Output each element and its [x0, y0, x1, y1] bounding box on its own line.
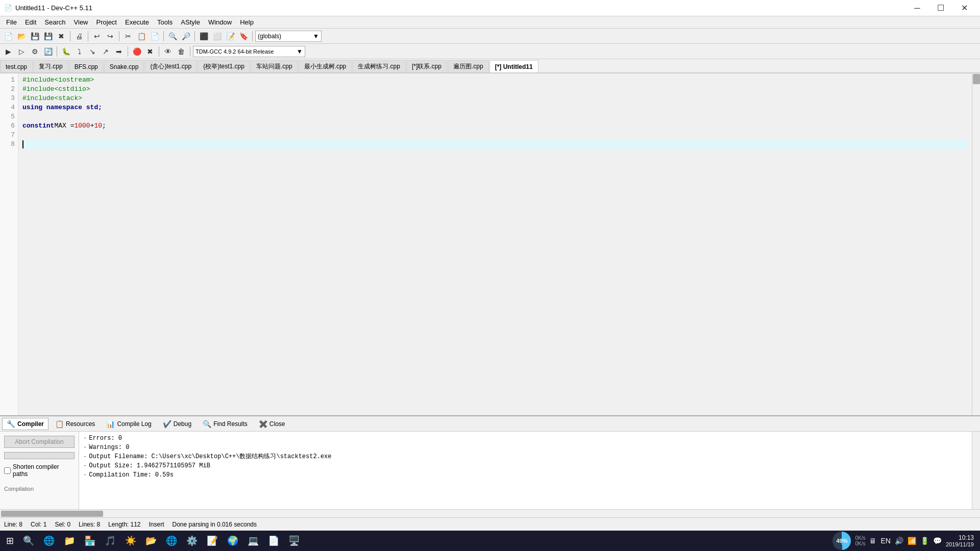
taskbar-battery[interactable]: 🔋 [920, 537, 929, 545]
taskbar-store[interactable]: 🏪 [80, 532, 100, 550]
system-clock[interactable]: 10:13 2019/11/19 [946, 534, 974, 547]
menu-item-edit[interactable]: Edit [21, 17, 40, 27]
sep3 [119, 31, 119, 41]
run-button[interactable]: ▷ [15, 45, 28, 58]
tab-review-cpp[interactable]: 复习.cpp [33, 60, 68, 72]
minimize-button[interactable]: ─ [905, 0, 929, 16]
compiler-dropdown[interactable]: TDM-GCC 4.9.2 64-bit Release ▼ [193, 46, 305, 57]
abort-compilation-button[interactable]: Abort Compilation [4, 436, 75, 448]
add-watch-button[interactable]: 👁 [162, 45, 174, 58]
remove-watch-button[interactable]: 🗑 [175, 45, 187, 58]
tab-mst[interactable]: 最小生成树.cpp [299, 60, 352, 72]
log-dash: - [83, 470, 87, 480]
step-over-button[interactable]: ⤵ [73, 45, 85, 58]
taskbar-show-desktop[interactable]: 🖥 [869, 537, 876, 545]
scroll-thumb[interactable] [973, 74, 980, 84]
taskbar-network[interactable]: 📶 [908, 537, 916, 545]
paste-button[interactable]: 📄 [149, 30, 161, 42]
compile-run-button[interactable]: ▶ [2, 45, 14, 58]
code-text: #include<cstdiio> [22, 85, 90, 94]
cut-button[interactable]: ✂ [122, 30, 134, 42]
menu-item-tools[interactable]: Tools [153, 17, 177, 27]
tab-traverse[interactable]: 遍历图.cpp [448, 60, 489, 72]
find-button[interactable]: 🔍 [166, 30, 179, 42]
save-button[interactable]: 💾 [29, 30, 41, 42]
close-button[interactable]: ✕ [952, 0, 976, 16]
save-all-button[interactable]: 💾 [42, 30, 54, 42]
new-button[interactable]: 📄 [2, 30, 14, 42]
close-file-button[interactable]: ✖ [55, 30, 67, 42]
task-view-button[interactable]: 🌐 [39, 532, 59, 550]
horizontal-scrollbar[interactable] [0, 509, 980, 517]
menu-item-search[interactable]: Search [40, 17, 69, 27]
search-button[interactable]: 🔍 [19, 532, 38, 550]
copy-button[interactable]: 📋 [135, 30, 148, 42]
tab-bfs-cpp[interactable]: BFS.cpp [69, 60, 104, 72]
shorten-paths-checkbox[interactable] [4, 467, 11, 474]
taskbar-sublime[interactable]: 📝 [203, 532, 222, 550]
tab-test-cpp[interactable]: test.cpp [0, 60, 33, 72]
taskbar-lang[interactable]: EN [880, 537, 890, 545]
step-into-button[interactable]: ↘ [86, 45, 99, 58]
tab-snake-cpp[interactable]: Snake.cpp [104, 60, 144, 72]
taskbar-explorer[interactable]: 📁 [60, 532, 79, 550]
replace-button[interactable]: 🔎 [180, 30, 192, 42]
menu-item-window[interactable]: Window [204, 17, 236, 27]
rebuild-button[interactable]: 🔄 [42, 45, 54, 58]
panel-tab-find-results[interactable]: 🔍 Find Results [198, 418, 252, 430]
step-out-button[interactable]: ↗ [100, 45, 112, 58]
tab-station[interactable]: 车站问题.cpp [251, 60, 298, 72]
taskbar-music[interactable]: 🎵 [101, 532, 120, 550]
scope-dropdown[interactable]: (globals) ▼ [255, 31, 322, 42]
start-button[interactable]: ⊞ [2, 532, 18, 550]
redo-button[interactable]: ↪ [104, 30, 116, 42]
tab-untitled11[interactable]: [*] Untitled11 [489, 60, 538, 72]
taskbar-chrome[interactable]: 🌍 [223, 532, 242, 550]
open-button[interactable]: 📂 [15, 30, 28, 42]
print-button[interactable]: 🖨 [73, 30, 85, 42]
maximize-button[interactable]: ☐ [929, 0, 952, 16]
taskbar-weather[interactable]: ☀️ [121, 532, 140, 550]
run-to-cursor-button[interactable]: ➡ [113, 45, 125, 58]
indent-button[interactable]: ⬛ [198, 30, 210, 42]
menu-item-execute[interactable]: Execute [121, 17, 153, 27]
toggle-comment[interactable]: 📝 [224, 30, 236, 42]
goto-button[interactable]: 🔖 [237, 30, 250, 42]
right-scrollbar[interactable] [972, 73, 980, 415]
taskbar-word[interactable]: 📄 [264, 532, 283, 550]
compiler-value: TDM-GCC 4.9.2 64-bit Release [195, 48, 274, 55]
tab-contact[interactable]: [*]联系.cpp [406, 60, 447, 72]
debug-button[interactable]: 🐛 [60, 45, 72, 58]
clear-breakpoints-button[interactable]: ✖ [144, 45, 156, 58]
taskbar-action-center[interactable]: 💬 [933, 537, 942, 545]
unindent-button[interactable]: ⬜ [211, 30, 223, 42]
tab-enum-test1[interactable]: (校举)test1.cpp [198, 60, 250, 72]
menu-item-help[interactable]: Help [236, 17, 258, 27]
tab-greedy-test1[interactable]: (贪心)test1.cpp [144, 60, 197, 72]
panel-tab-resources[interactable]: 📋 Resources [51, 418, 100, 430]
panel-tab-debug[interactable]: ✔️ Debug [158, 418, 196, 430]
taskbar-files[interactable]: 📂 [141, 532, 161, 550]
taskbar-speakers[interactable]: 🔊 [895, 537, 903, 545]
compile-button[interactable]: ⚙ [29, 45, 41, 58]
taskbar-edge[interactable]: 🌐 [162, 532, 181, 550]
panel-tab-compile-log[interactable]: 📊 Compile Log [102, 418, 156, 430]
log-line-output-size: - Output Size: 1.94627571105957 MiB [83, 461, 968, 470]
panel-scrollbar[interactable] [972, 432, 980, 509]
code-editor[interactable]: #include<iostream> #include<cstdiio> #in… [18, 73, 972, 415]
toggle-breakpoint-button[interactable]: 🔴 [131, 45, 143, 58]
panel-tab-close[interactable]: ✖️ Close [254, 418, 290, 430]
taskbar-devcpp[interactable]: ⚙️ [182, 532, 202, 550]
panel-tabs: 🔧 Compiler 📋 Resources 📊 Compile Log ✔️ … [0, 416, 980, 432]
panel-tab-compiler[interactable]: 🔧 Compiler [2, 418, 48, 430]
menu-item-astyle[interactable]: AStyle [177, 17, 204, 27]
undo-button[interactable]: ↩ [91, 30, 103, 42]
taskbar-monitor[interactable]: 🖥️ [284, 532, 304, 550]
h-scroll-thumb[interactable] [1, 511, 103, 517]
menu-item-file[interactable]: File [2, 17, 21, 27]
shorten-compiler-paths-option[interactable]: Shorten compiler paths [4, 463, 75, 478]
menu-item-project[interactable]: Project [92, 17, 121, 27]
menu-item-view[interactable]: View [70, 17, 92, 27]
tab-span-tree[interactable]: 生成树练习.cpp [352, 60, 406, 72]
taskbar-vs[interactable]: 💻 [243, 532, 263, 550]
